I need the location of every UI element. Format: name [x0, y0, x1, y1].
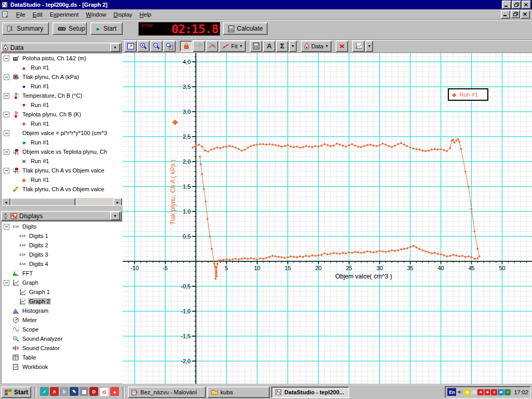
zoom-select-button[interactable] [163, 41, 176, 52]
data-tree-hscrollbar[interactable]: ◄► [2, 198, 122, 205]
agent-icon[interactable]: ☻ [484, 389, 490, 395]
data-run-5[interactable]: ×Run #1 [2, 156, 122, 166]
expand-box[interactable] [4, 130, 9, 136]
display-item-sound-analyzer[interactable]: Sound Analyzer [2, 334, 122, 343]
fit-button[interactable]: Fit▼ [219, 41, 246, 52]
graph-settings-arrow[interactable]: ▼ [365, 41, 373, 52]
statistics-button[interactable]: Σ [276, 41, 288, 52]
displays-panel-dropdown[interactable]: ▼ [110, 211, 120, 220]
data-run-1[interactable]: ●Run #1 [2, 82, 122, 91]
task-datastudio-tepl200-[interactable]: DataStudio - tepl200... [271, 387, 349, 398]
statistics-arrow[interactable]: ▼ [289, 41, 297, 52]
displays-panel-header[interactable]: Displays ▼ [1, 211, 122, 221]
expand-box[interactable] [4, 224, 9, 230]
flame-icon[interactable]: ▲ [110, 387, 119, 396]
zoom-out-button[interactable] [150, 41, 163, 52]
taskbar-start-button[interactable]: Start [1, 387, 31, 398]
zoom-in-button[interactable] [137, 41, 150, 52]
document-icon[interactable] [2, 11, 8, 18]
acrobat-icon[interactable]: A [50, 387, 59, 396]
scroll-left-button[interactable]: ◄ [2, 198, 10, 206]
calculator-tray-icon[interactable]: ▦ [79, 387, 88, 396]
data-item-6[interactable]: yxTlak plynu, Ch A vs Objem valce [2, 166, 122, 175]
opera-icon[interactable]: O [99, 387, 109, 397]
display-item-digits[interactable]: 3.14Digits [2, 222, 122, 231]
display-item-histogram[interactable]: Histogram [2, 306, 122, 315]
scroll-thumb[interactable] [10, 198, 75, 206]
task-kuba[interactable]: kuba [207, 387, 270, 398]
display-item-fft[interactable]: FFT [2, 269, 122, 278]
expand-box[interactable] [4, 280, 9, 286]
expand-box[interactable] [4, 74, 9, 80]
data-item-0[interactable]: Poloha pistu, Ch 1&2 (m) [2, 54, 122, 63]
expand-box[interactable] [4, 149, 9, 155]
data-run-4[interactable]: ■Run #1 [2, 138, 122, 147]
display-item-digits-1[interactable]: 3.14Digits 1 [2, 231, 122, 241]
data-item-3[interactable]: RTDTeplota plynu, Ch B (K) [2, 110, 122, 119]
power-icon[interactable]: z [491, 389, 497, 395]
display-item-graph-1[interactable]: Graph 1 [2, 287, 122, 297]
expand-box[interactable] [4, 93, 9, 99]
child-close-button[interactable] [521, 10, 530, 19]
expand-box[interactable] [4, 56, 9, 61]
graph-settings-button[interactable] [352, 41, 365, 52]
volume-icon[interactable] [457, 389, 463, 395]
data-run-6[interactable]: ◆Run #1 [2, 175, 122, 184]
pen-tray-icon[interactable]: / [504, 389, 511, 395]
restore-button[interactable] [512, 1, 521, 9]
title-bar[interactable]: DataStudio - tepl200g.ds - [Graph 2] [0, 0, 532, 9]
task-bez-n-zvu-malov-n-[interactable]: Bez_názvu - Malování [128, 387, 206, 398]
sync-icon[interactable]: ⇄ [498, 389, 504, 395]
text-tool-button[interactable]: A [263, 41, 275, 52]
dragon-icon[interactable]: D [89, 387, 98, 396]
delete-button[interactable]: × [336, 41, 348, 52]
child-restore-button[interactable] [511, 10, 520, 18]
expand-box[interactable] [4, 112, 9, 117]
bird-icon[interactable]: b [60, 387, 69, 396]
minimize-button[interactable] [502, 1, 511, 9]
scroll-track[interactable] [10, 198, 113, 205]
menu-help[interactable]: Help [136, 10, 155, 19]
data-item-5[interactable]: yxObjem valce vs Teplota plynu, Ch [2, 147, 122, 156]
data-run-3[interactable]: +Run #1 [2, 119, 122, 128]
data-button[interactable]: Data▼ [301, 41, 331, 52]
keyboard-layout-indicator[interactable]: En [447, 388, 456, 396]
setup-button[interactable]: Setup [52, 22, 87, 35]
scheduler-icon[interactable]: ◷ [471, 389, 477, 395]
plot-area[interactable]: -10-55101520253035404550-2,0-1,5-1,0-0,5… [123, 53, 532, 384]
graph-display[interactable]: -10-55101520253035404550-2,0-1,5-1,0-0,5… [123, 53, 532, 384]
menu-display[interactable]: Display [110, 10, 136, 19]
close-button[interactable] [522, 1, 531, 9]
data-item-2[interactable]: RTDTemperature, Ch B (°C) [2, 91, 122, 100]
calculator-button[interactable] [250, 41, 262, 52]
display-item-scope[interactable]: Scope [2, 325, 122, 334]
display-item-meter[interactable]: Meter [2, 315, 122, 325]
graph-legend[interactable]: ◆ Run #1 [448, 88, 488, 101]
data-item-7[interactable]: Tlak plynu, Ch A vs Objem valce [2, 184, 122, 194]
display-item-workbook[interactable]: Workbook [2, 362, 122, 371]
xy-tool-button[interactable]: xy [193, 41, 205, 52]
slope-tool-button[interactable] [206, 41, 218, 52]
menu-experiment[interactable]: Experiment [46, 10, 83, 19]
start-button[interactable]: ► Start [90, 22, 123, 35]
data-run-2[interactable]: ▼Run #1 [2, 100, 122, 110]
data-item-1[interactable]: Tlak plynu, Ch A (kPa) [2, 72, 122, 82]
data-panel-dropdown[interactable]: ▼ [110, 43, 120, 52]
calculate-button[interactable]: Calculate [223, 22, 268, 35]
display-item-graph-2[interactable]: Graph 2 [2, 297, 122, 306]
menu-edit[interactable]: Edit [29, 10, 46, 19]
display-item-digits-4[interactable]: 3.14Digits 4 [2, 259, 122, 269]
expand-box[interactable] [4, 168, 9, 174]
display-item-sound-creator[interactable]: Sound Creator [2, 343, 122, 353]
menu-file[interactable]: File [12, 10, 29, 19]
display-item-graph[interactable]: Graph [2, 278, 122, 287]
ati-icon[interactable]: A [477, 389, 484, 395]
pen-icon[interactable]: ✎ [70, 387, 78, 396]
display-item-digits-3[interactable]: 3.14Digits 3 [2, 250, 122, 259]
smart-tool-button[interactable] [180, 41, 192, 52]
scale-to-fit-button[interactable] [124, 41, 137, 52]
display-item-digits-2[interactable]: 3.14Digits 2 [2, 241, 122, 250]
data-run-0[interactable]: ▲Run #1 [2, 63, 122, 72]
diamond-icon[interactable]: ◆ [464, 389, 470, 395]
display-item-table[interactable]: Table [2, 353, 122, 362]
